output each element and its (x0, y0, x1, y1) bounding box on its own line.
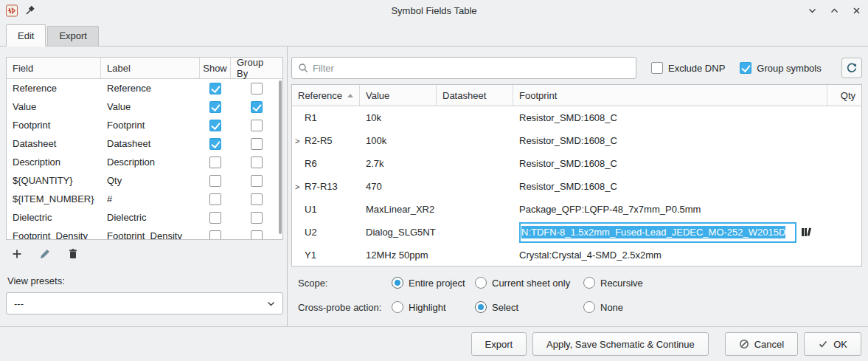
show-checkbox[interactable] (209, 138, 221, 150)
group-by-checkbox[interactable] (251, 120, 263, 131)
ok-button[interactable]: OK (804, 332, 861, 356)
field-label[interactable]: # (101, 193, 200, 204)
radio[interactable] (583, 277, 595, 289)
footprint-browse-icon[interactable] (800, 227, 812, 238)
show-checkbox[interactable] (209, 193, 221, 205)
group-by-checkbox[interactable] (251, 212, 263, 224)
delete-field-button[interactable] (63, 244, 83, 264)
tab-export[interactable]: Export (47, 26, 99, 46)
group-by-checkbox[interactable] (251, 157, 263, 168)
footprint-cell-editing[interactable]: N:TDFN-8_1.5x2mm_Fused-Lead_JEDEC_MO-252… (513, 222, 827, 243)
field-row[interactable]: Reference Reference (7, 79, 282, 97)
radio[interactable] (475, 301, 487, 313)
field-row[interactable]: Footprint_Density Footprint_Density (7, 227, 282, 240)
tab-edit[interactable]: Edit (6, 24, 46, 47)
reference-cell[interactable]: >R2-R5 (292, 135, 360, 146)
value-cell[interactable]: 12MHz 50ppm (360, 250, 437, 261)
reference-cell[interactable]: R6 (292, 158, 360, 169)
reference-cell[interactable]: Y1 (292, 250, 360, 261)
symbol-row[interactable]: R6 2.7k Resistor_SMD:1608_C (292, 152, 861, 175)
show-checkbox[interactable] (209, 175, 221, 187)
value-cell[interactable]: MaxLinear_XR2 (360, 204, 437, 215)
field-label[interactable]: Reference (101, 83, 200, 94)
value-cell[interactable]: 10k (360, 112, 437, 123)
edit-field-button[interactable] (35, 244, 55, 264)
view-presets-dropdown[interactable]: --- (6, 292, 283, 314)
checkbox[interactable] (740, 62, 751, 74)
scope-recursive-radio[interactable]: Recursive (583, 277, 643, 289)
cross-probe-select-radio[interactable]: Select (475, 301, 583, 313)
reference-cell[interactable]: U1 (292, 204, 360, 215)
field-label[interactable]: Footprint_Density (101, 230, 200, 240)
field-label[interactable]: Description (101, 157, 200, 168)
symbol-row[interactable]: Y1 12MHz 50ppm Crystal:Crystal_4-SMD_2.5… (292, 244, 861, 267)
cross-probe-none-radio[interactable]: None (583, 301, 623, 313)
add-field-button[interactable] (7, 244, 27, 264)
show-checkbox[interactable] (209, 101, 221, 113)
pin-icon[interactable] (24, 4, 35, 16)
field-name[interactable]: Reference (7, 83, 101, 94)
panel-splitter[interactable] (283, 57, 291, 319)
field-label[interactable]: Footprint (101, 120, 200, 131)
qty-column-header[interactable]: Qty (827, 85, 861, 106)
footprint-cell[interactable]: Resistor_SMD:1608_C (513, 158, 827, 169)
reference-cell[interactable]: R1 (292, 112, 360, 123)
field-row[interactable]: ${ITEM_NUMBER} # (7, 190, 282, 208)
apply-save-continue-button[interactable]: Apply, Save Schematic & Continue (532, 332, 709, 356)
radio[interactable] (475, 277, 487, 289)
symbol-row[interactable]: R1 10k Resistor_SMD:1608_C (292, 106, 861, 129)
field-name[interactable]: Footprint_Density (7, 230, 101, 240)
field-name[interactable]: ${ITEM_NUMBER} (7, 193, 101, 204)
field-row[interactable]: Footprint Footprint (7, 116, 282, 134)
field-label[interactable]: Value (101, 101, 200, 112)
datasheet-column-header[interactable]: Datasheet (437, 85, 513, 106)
group-by-checkbox[interactable] (251, 101, 263, 113)
field-row[interactable]: Datasheet Datasheet (7, 134, 282, 153)
field-name[interactable]: Value (7, 101, 101, 112)
group-by-checkbox[interactable] (251, 83, 263, 94)
group-by-checkbox[interactable] (251, 193, 263, 205)
exclude-dnp-checkbox[interactable]: Exclude DNP (651, 62, 725, 74)
show-checkbox[interactable] (209, 212, 221, 224)
radio[interactable] (583, 301, 595, 313)
cancel-button[interactable]: Cancel (725, 332, 798, 356)
reference-column-header[interactable]: Reference (292, 85, 360, 106)
field-row[interactable]: Dielectric Dielectric (7, 208, 282, 227)
filter-field[interactable] (291, 57, 636, 79)
field-name[interactable]: Datasheet (7, 138, 101, 149)
field-name[interactable]: Description (7, 157, 101, 168)
field-name[interactable]: ${QUANTITY} (7, 175, 101, 186)
footprint-edit-input[interactable]: N:TDFN-8_1.5x2mm_Fused-Lead_JEDEC_MO-252… (519, 222, 796, 243)
maximize-icon[interactable] (828, 4, 840, 16)
checkbox[interactable] (651, 62, 663, 74)
value-cell[interactable]: 2.7k (360, 158, 437, 169)
field-row[interactable]: Description Description (7, 153, 282, 171)
scope-entire-project-radio[interactable]: Entire project (392, 277, 475, 289)
footprint-cell[interactable]: Resistor_SMD:1608_C (513, 135, 827, 146)
filter-input[interactable] (313, 63, 630, 74)
show-checkbox[interactable] (209, 120, 221, 131)
field-row[interactable]: ${QUANTITY} Qty (7, 171, 282, 190)
expand-arrow[interactable]: > (295, 182, 299, 191)
fields-table-scrollbar[interactable] (279, 80, 282, 234)
reference-cell[interactable]: >R7-R13 (292, 181, 360, 192)
field-label[interactable]: Qty (101, 175, 200, 186)
cross-probe-highlight-radio[interactable]: Highlight (392, 301, 475, 313)
expand-arrow[interactable]: > (295, 137, 299, 145)
footprint-cell[interactable]: Resistor_SMD:1608_C (513, 112, 827, 123)
minimize-icon[interactable] (806, 4, 818, 16)
reference-cell[interactable]: U2 (292, 227, 360, 238)
group-symbols-checkbox[interactable]: Group symbols (740, 62, 821, 74)
show-checkbox[interactable] (209, 83, 221, 94)
footprint-cell[interactable]: Crystal:Crystal_4-SMD_2.5x2mm (513, 250, 827, 261)
field-label[interactable]: Dielectric (101, 212, 200, 223)
export-button[interactable]: Export (471, 332, 527, 356)
show-checkbox[interactable] (209, 157, 221, 168)
group-by-checkbox[interactable] (251, 175, 263, 187)
refresh-button[interactable] (841, 58, 862, 78)
radio[interactable] (392, 277, 403, 289)
footprint-cell[interactable]: Package_QFP:LQFP-48_7x7mm_P0.5mm (513, 204, 827, 215)
value-cell[interactable]: 100k (360, 135, 437, 146)
footprint-cell[interactable]: Resistor_SMD:1608_C (513, 181, 827, 192)
value-column-header[interactable]: Value (360, 85, 437, 106)
